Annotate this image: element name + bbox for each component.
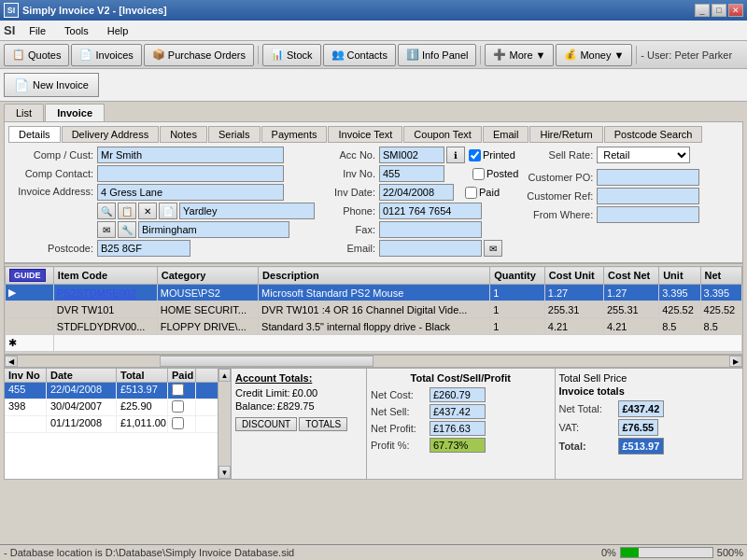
address-icon-btn-5[interactable]: ✉ [97, 221, 116, 238]
credit-limit-label: Credit Limit: [235, 387, 290, 399]
minimize-button[interactable]: _ [695, 4, 710, 17]
money-button[interactable]: 💰 Money ▼ [556, 44, 632, 66]
cost-unit: 1.27 [544, 285, 603, 301]
scroll-down-button[interactable]: ▼ [218, 466, 231, 479]
col-paid: Paid [168, 369, 196, 382]
posted-label: Posted [486, 168, 518, 179]
menu-file[interactable]: File [21, 22, 54, 39]
inner-tab-hire-return[interactable]: Hire/Return [529, 126, 602, 143]
new-row-indicator: ✱ [6, 335, 54, 352]
inner-tab-postcode-search[interactable]: Postcode Search [604, 126, 703, 143]
stock-button[interactable]: 📊 Stock [262, 44, 321, 66]
table-row[interactable]: STDFLDYDRV00... FLOPPY DRIVE\... Standar… [6, 318, 742, 335]
inner-tab-details[interactable]: Details [8, 126, 61, 143]
cost-net: 4.21 [603, 318, 658, 335]
inner-tab-coupon-text[interactable]: Coupon Text [403, 126, 482, 143]
inner-tab-notes[interactable]: Notes [160, 126, 207, 143]
phone-label: Phone: [318, 205, 379, 217]
tab-invoice[interactable]: Invoice [45, 104, 105, 121]
maximize-button[interactable]: □ [712, 4, 726, 17]
quotes-button[interactable]: 📋 Quotes [4, 44, 69, 66]
table-row[interactable]: DVR TW101 HOME SECURIT... DVR TW101 :4 O… [6, 301, 742, 318]
inner-tab-email[interactable]: Email [483, 126, 529, 143]
inv-date-label: Inv Date: [318, 187, 379, 198]
list-item[interactable]: 01/11/2008 £1,011.00 [5, 416, 218, 433]
totals-button[interactable]: TOTALS [299, 417, 347, 431]
sell-rate-select[interactable]: Retail [597, 147, 690, 163]
scroll-thumb[interactable] [160, 356, 374, 367]
customer-ref-input[interactable] [597, 188, 699, 204]
address-icon-btn-1[interactable]: 🔍 [97, 203, 116, 219]
address-icon-btn-3[interactable]: ✕ [138, 203, 157, 219]
inv-date-input[interactable] [379, 184, 454, 201]
close-button[interactable]: ✕ [728, 4, 743, 17]
from-where-input[interactable] [597, 206, 699, 223]
inner-tab-payments[interactable]: Payments [261, 126, 328, 143]
new-invoice-button[interactable]: 📄 New Invoice [4, 73, 99, 97]
info-panel-button[interactable]: ℹ️ Info Panel [398, 44, 477, 66]
net: 3.395 [700, 285, 741, 301]
more-button[interactable]: ➕ More ▼ [485, 44, 554, 66]
address-line2-input[interactable] [179, 203, 315, 219]
list-item[interactable]: 455 22/04/2008 £513.97 [5, 383, 218, 399]
phone-input[interactable] [379, 203, 482, 219]
total-label: Total: [559, 441, 615, 452]
contacts-icon: 👥 [331, 49, 345, 61]
acc-info-button[interactable]: ℹ [446, 147, 465, 163]
posted-checkbox[interactable] [472, 168, 485, 180]
new-row[interactable]: ✱ [6, 335, 742, 352]
scroll-up-button[interactable]: ▲ [218, 369, 231, 382]
comp-cust-input[interactable] [97, 147, 284, 163]
inv-no-input[interactable] [379, 165, 444, 182]
tab-list[interactable]: List [4, 104, 44, 121]
discount-button[interactable]: DISCOUNT [235, 417, 297, 431]
invoices-button[interactable]: 📄 Invoices [71, 44, 141, 66]
net: 425.52 [700, 301, 741, 318]
address-line1-input[interactable] [97, 184, 284, 201]
from-where-label: From Where: [522, 209, 597, 220]
paid-check-3[interactable] [172, 417, 184, 429]
address-line3-input[interactable] [138, 221, 289, 238]
customer-po-label: Customer PO: [522, 172, 597, 183]
menu-tools[interactable]: Tools [56, 22, 97, 39]
invoice-list-header: Inv No Date Total Paid [5, 369, 218, 383]
guide-button[interactable]: GUIDE [9, 269, 46, 282]
address-icon-btn-6[interactable]: 🔧 [118, 221, 136, 238]
postcode-input[interactable] [97, 240, 190, 257]
customer-ref-row: Customer Ref: [522, 188, 739, 204]
acc-no-input[interactable] [379, 147, 444, 163]
zoom-pct: 500% [717, 547, 743, 558]
phone-row: Phone: [318, 203, 518, 219]
fax-input[interactable] [379, 221, 482, 238]
contacts-button[interactable]: 👥 Contacts [323, 44, 396, 66]
list-item[interactable]: 398 30/04/2007 £25.90 [5, 399, 218, 416]
address-icon-btn-2[interactable]: 📋 [118, 203, 136, 219]
inner-tab-delivery[interactable]: Delivery Address [62, 126, 160, 143]
paid-checkbox[interactable] [465, 187, 477, 199]
printed-checkbox[interactable] [469, 149, 481, 161]
inner-tab-serials[interactable]: Serials [208, 126, 261, 143]
item-code[interactable]: PS2STDMSE002 [53, 285, 157, 301]
paid-check-1[interactable] [172, 384, 184, 396]
menu-help[interactable]: Help [99, 22, 137, 39]
paid-check-2[interactable] [172, 400, 184, 413]
cost-net: 1.27 [603, 285, 658, 301]
address-icon-btn-4[interactable]: 📄 [159, 203, 177, 219]
purchase-orders-button[interactable]: 📦 Purchase Orders [144, 44, 254, 66]
status-text: - Database location is D:\Database\Simpl… [4, 547, 294, 558]
email-input[interactable] [379, 240, 482, 257]
col-description: Description [259, 267, 490, 285]
toolbar: 📋 Quotes 📄 Invoices 📦 Purchase Orders 📊 … [0, 41, 747, 69]
table-scrollbar-h[interactable]: ◀ ▶ [4, 355, 743, 368]
net-profit-value: £176.63 [430, 421, 486, 436]
email-send-button[interactable]: ✉ [484, 240, 502, 257]
inner-tab-invoice-text[interactable]: Invoice Text [328, 126, 402, 143]
customer-po-input[interactable] [597, 169, 699, 186]
toolbar-separator-3 [636, 46, 637, 64]
quotes-icon: 📋 [12, 49, 25, 61]
scroll-right-button[interactable]: ▶ [729, 356, 742, 367]
balance-label: Balance: [235, 400, 275, 412]
table-row[interactable]: ▶ PS2STDMSE002 MOUSE\PS2 Microsoft Stand… [6, 285, 742, 301]
scroll-left-button[interactable]: ◀ [5, 356, 18, 367]
comp-contact-input[interactable] [97, 165, 284, 182]
